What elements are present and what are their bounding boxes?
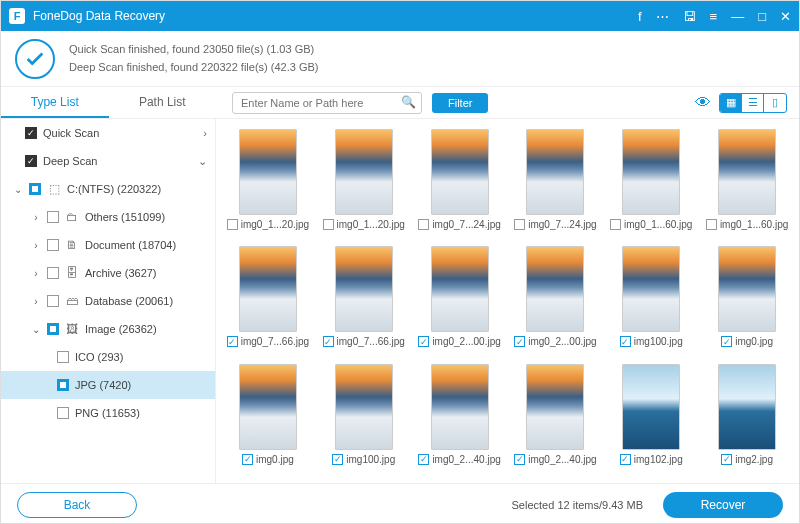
search-input[interactable] xyxy=(232,92,422,114)
file-name: img102.jpg xyxy=(634,454,683,465)
view-grid-icon[interactable]: ▦ xyxy=(720,94,742,112)
thumbnail-image xyxy=(526,246,584,332)
sidebar-others[interactable]: › 🗀 Others (151099) xyxy=(1,203,215,231)
view-list-icon[interactable]: ☰ xyxy=(742,94,764,112)
disk-icon: ⬚ xyxy=(47,182,61,196)
toolbar: Type List Path List 🔍 Filter 👁 ▦ ☰ ▯ xyxy=(1,87,799,119)
feedback-icon[interactable]: ⋯ xyxy=(656,9,669,24)
file-thumb[interactable]: img0_7...24.jpg xyxy=(414,129,506,238)
deep-scan-status: Deep Scan finished, found 220322 file(s)… xyxy=(69,59,318,77)
search-icon[interactable]: 🔍 xyxy=(401,95,416,109)
chevron-right-icon: › xyxy=(203,127,207,139)
file-thumb[interactable]: img0_2...00.jpg xyxy=(510,246,602,355)
save-icon[interactable]: 🖫 xyxy=(683,9,696,24)
menu-icon[interactable]: ≡ xyxy=(710,9,718,24)
close-icon[interactable]: ✕ xyxy=(780,9,791,24)
file-thumb[interactable]: img0_1...20.jpg xyxy=(222,129,314,238)
file-checkbox[interactable] xyxy=(332,454,343,465)
sidebar-image[interactable]: ⌄ 🖼 Image (26362) xyxy=(1,315,215,343)
file-name: img0_2...00.jpg xyxy=(528,336,596,347)
file-grid: img0_1...20.jpgimg0_1...20.jpgimg0_7...2… xyxy=(216,119,799,483)
expand-icon: › xyxy=(31,212,41,223)
file-name: img0_7...66.jpg xyxy=(241,336,309,347)
sidebar-document[interactable]: › 🗎 Document (18704) xyxy=(1,231,215,259)
file-checkbox[interactable] xyxy=(227,336,238,347)
chevron-down-icon: ⌄ xyxy=(198,155,207,168)
file-name: img100.jpg xyxy=(346,454,395,465)
maximize-icon[interactable]: □ xyxy=(758,9,766,24)
file-thumb[interactable]: img100.jpg xyxy=(318,364,410,473)
sidebar-deep-scan[interactable]: Deep Scan ⌄ xyxy=(1,147,215,175)
file-name: img0_7...24.jpg xyxy=(528,219,596,230)
search-wrap: 🔍 xyxy=(232,92,422,114)
file-thumb[interactable]: img0_7...66.jpg xyxy=(318,246,410,355)
file-checkbox[interactable] xyxy=(323,336,334,347)
footer: Back Selected 12 items/9.43 MB Recover xyxy=(1,483,799,524)
status-panel: Quick Scan finished, found 23050 file(s)… xyxy=(1,31,799,87)
sidebar-drive[interactable]: ⌄ ⬚ C:(NTFS) (220322) xyxy=(1,175,215,203)
file-checkbox[interactable] xyxy=(418,336,429,347)
minimize-icon[interactable]: — xyxy=(731,9,744,24)
collapse-icon: ⌄ xyxy=(31,324,41,335)
thumbnail-image xyxy=(431,364,489,450)
file-checkbox[interactable] xyxy=(620,454,631,465)
archive-icon: 🗄 xyxy=(65,266,79,280)
recover-button[interactable]: Recover xyxy=(663,492,783,518)
tab-type-list[interactable]: Type List xyxy=(1,88,109,118)
thumbnail-image xyxy=(335,364,393,450)
preview-toggle-icon[interactable]: 👁 xyxy=(695,94,711,112)
back-button[interactable]: Back xyxy=(17,492,137,518)
file-checkbox[interactable] xyxy=(620,336,631,347)
sidebar-png[interactable]: PNG (11653) xyxy=(1,399,215,427)
file-checkbox[interactable] xyxy=(610,219,621,230)
file-name: img0_2...00.jpg xyxy=(432,336,500,347)
file-thumb[interactable]: img0_1...60.jpg xyxy=(701,129,793,238)
file-checkbox[interactable] xyxy=(514,336,525,347)
file-name: img0_1...60.jpg xyxy=(624,219,692,230)
thumbnail-image xyxy=(718,129,776,215)
file-checkbox[interactable] xyxy=(227,219,238,230)
file-thumb[interactable]: img0_1...20.jpg xyxy=(318,129,410,238)
database-icon: 🗃 xyxy=(65,294,79,308)
file-checkbox[interactable] xyxy=(721,336,732,347)
file-name: img2.jpg xyxy=(735,454,773,465)
file-checkbox[interactable] xyxy=(706,219,717,230)
file-checkbox[interactable] xyxy=(323,219,334,230)
file-checkbox[interactable] xyxy=(418,219,429,230)
sidebar-jpg[interactable]: JPG (7420) xyxy=(1,371,215,399)
expand-icon: › xyxy=(31,296,41,307)
file-thumb[interactable]: img0.jpg xyxy=(701,246,793,355)
sidebar-database[interactable]: › 🗃 Database (20061) xyxy=(1,287,215,315)
thumbnail-image xyxy=(335,129,393,215)
thumbnail-image xyxy=(526,129,584,215)
app-logo: F xyxy=(9,8,25,24)
file-thumb[interactable]: img0_7...66.jpg xyxy=(222,246,314,355)
thumbnail-image xyxy=(239,246,297,332)
list-tabs: Type List Path List xyxy=(1,88,216,118)
collapse-icon: ⌄ xyxy=(13,184,23,195)
file-checkbox[interactable] xyxy=(514,454,525,465)
sidebar-quick-scan[interactable]: Quick Scan › xyxy=(1,119,215,147)
file-thumb[interactable]: img0_2...40.jpg xyxy=(414,364,506,473)
sidebar-archive[interactable]: › 🗄 Archive (3627) xyxy=(1,259,215,287)
file-checkbox[interactable] xyxy=(242,454,253,465)
file-thumb[interactable]: img102.jpg xyxy=(605,364,697,473)
file-thumb[interactable]: img0_7...24.jpg xyxy=(510,129,602,238)
file-name: img100.jpg xyxy=(634,336,683,347)
file-thumb[interactable]: img0.jpg xyxy=(222,364,314,473)
view-detail-icon[interactable]: ▯ xyxy=(764,94,786,112)
sidebar-ico[interactable]: ICO (293) xyxy=(1,343,215,371)
file-checkbox[interactable] xyxy=(514,219,525,230)
file-thumb[interactable]: img0_2...40.jpg xyxy=(510,364,602,473)
file-thumb[interactable]: img0_2...00.jpg xyxy=(414,246,506,355)
file-thumb[interactable]: img100.jpg xyxy=(605,246,697,355)
tab-path-list[interactable]: Path List xyxy=(109,88,217,118)
file-thumb[interactable]: img2.jpg xyxy=(701,364,793,473)
app-title: FoneDog Data Recovery xyxy=(33,9,638,23)
file-checkbox[interactable] xyxy=(418,454,429,465)
facebook-icon[interactable]: f xyxy=(638,9,642,24)
file-thumb[interactable]: img0_1...60.jpg xyxy=(605,129,697,238)
filter-button[interactable]: Filter xyxy=(432,93,488,113)
file-checkbox[interactable] xyxy=(721,454,732,465)
thumbnail-image xyxy=(718,364,776,450)
